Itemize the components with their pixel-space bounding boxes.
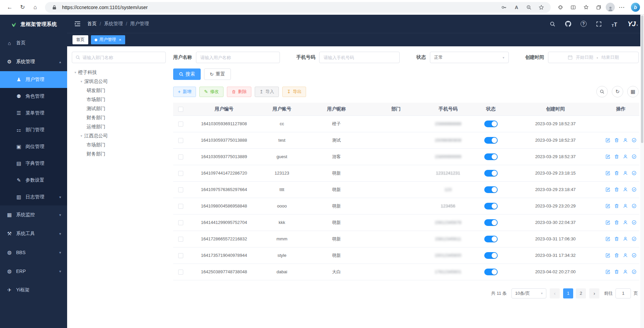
page-number-button[interactable]: 2 — [576, 288, 586, 298]
profile-avatar[interactable] — [606, 3, 615, 12]
row-checkbox[interactable] — [178, 237, 183, 242]
row-checkbox[interactable] — [178, 171, 183, 176]
tree-node[interactable]: 运维部门 — [72, 122, 166, 131]
sidebar-menu-item[interactable]: ⚙ 系统管理 ▴ — [0, 52, 67, 71]
delete-icon[interactable] — [614, 138, 619, 143]
tree-node[interactable]: 测试部门 — [72, 104, 166, 113]
assign-role-icon[interactable] — [632, 171, 637, 176]
sidebar-menu-item[interactable]: ▥ 日志管理 ▾ — [0, 189, 67, 205]
sidebar-menu-item[interactable]: ⌂ 首页 — [0, 34, 67, 52]
status-toggle[interactable] — [484, 219, 498, 226]
tree-node[interactable]: 财务部门 — [72, 113, 166, 122]
select-all-checkbox[interactable] — [178, 107, 183, 112]
row-checkbox[interactable] — [178, 220, 183, 225]
scrollbar-thumb[interactable] — [641, 15, 643, 143]
delete-button[interactable]: 删除 — [227, 87, 251, 97]
delete-icon[interactable] — [614, 171, 619, 176]
bing-icon[interactable]: b — [631, 3, 640, 12]
sidebar-menu-item[interactable]: ▣ 岗位管理 — [0, 138, 67, 155]
breadcrumb-item[interactable]: / 用户管理 — [123, 21, 149, 27]
page-number-button[interactable]: 1 — [563, 288, 573, 298]
refresh-icon[interactable]: ↻ — [17, 2, 28, 13]
status-toggle[interactable] — [484, 236, 498, 242]
delete-icon[interactable] — [614, 154, 619, 159]
breadcrumb-item[interactable]: / 系统管理 — [97, 21, 123, 27]
delete-icon[interactable] — [614, 269, 619, 274]
edit-icon[interactable] — [605, 203, 610, 208]
browser-home-icon[interactable]: ⌂ — [30, 2, 41, 13]
edit-icon[interactable] — [605, 236, 610, 241]
tree-node[interactable]: 财务部门 — [72, 149, 166, 158]
tree-node[interactable]: ▾ 橙子科技 — [72, 68, 166, 77]
status-toggle[interactable] — [484, 252, 498, 259]
help-icon[interactable]: ? — [580, 20, 587, 28]
reset-password-icon[interactable] — [623, 203, 628, 208]
date-range-picker[interactable]: 开始日期 - 结束日期 — [548, 52, 639, 63]
status-toggle[interactable] — [484, 269, 498, 275]
assign-role-icon[interactable] — [632, 154, 637, 159]
sidebar-menu-item[interactable]: ♟ 用户管理 — [0, 71, 67, 88]
assign-role-icon[interactable] — [632, 269, 637, 274]
page-size-select[interactable]: 10条/页 ▾ — [511, 288, 546, 298]
import-button[interactable]: ↥ 导入 — [255, 87, 279, 97]
search-icon[interactable] — [549, 20, 556, 28]
edit-icon[interactable] — [605, 154, 610, 159]
column-settings-icon[interactable]: ▦ — [627, 86, 639, 97]
password-key-icon[interactable] — [499, 3, 509, 12]
scrollbar[interactable] — [640, 15, 644, 328]
search-button[interactable]: 搜索 — [173, 68, 201, 80]
sidebar-menu-item[interactable]: ☰ 菜单管理 — [0, 105, 67, 122]
goto-page-input[interactable] — [615, 288, 631, 298]
row-checkbox[interactable] — [178, 253, 183, 258]
modify-button[interactable]: ✎ 修改 — [199, 87, 224, 97]
assign-role-icon[interactable] — [632, 203, 637, 208]
edit-icon[interactable] — [605, 138, 610, 143]
tree-node[interactable]: ▾ 江西总公司 — [72, 131, 166, 140]
status-toggle[interactable] — [484, 121, 498, 127]
tree-node[interactable]: 研发部门 — [72, 86, 166, 95]
delete-icon[interactable] — [614, 187, 619, 192]
reset-password-icon[interactable] — [623, 236, 628, 241]
row-checkbox[interactable] — [178, 154, 183, 159]
read-aloud-icon[interactable]: A — [512, 3, 521, 12]
collapse-sidebar-icon[interactable] — [73, 19, 82, 28]
assign-role-icon[interactable] — [632, 253, 637, 258]
address-bar[interactable]: https://ccnetcore.com:1101/system/user A — [45, 2, 551, 13]
back-icon[interactable]: ← — [4, 2, 15, 13]
status-toggle[interactable] — [484, 153, 498, 160]
tree-node[interactable]: ▾ 深圳总公司 — [72, 77, 166, 86]
sidebar-menu-item[interactable]: ⚏ 部门管理 — [0, 122, 67, 138]
add-button[interactable]: + 新增 — [173, 87, 196, 97]
row-checkbox[interactable] — [178, 122, 183, 127]
next-page-button[interactable]: › — [589, 288, 599, 298]
extensions-icon[interactable] — [555, 2, 566, 13]
favorites-bar-icon[interactable] — [580, 2, 592, 13]
reset-button[interactable]: ↻ 重置 — [204, 68, 231, 80]
refresh-table-icon[interactable]: ↻ — [612, 86, 623, 97]
assign-role-icon[interactable] — [632, 138, 637, 143]
reset-password-icon[interactable] — [623, 187, 628, 192]
close-icon[interactable]: × — [119, 38, 121, 42]
edit-icon[interactable] — [605, 187, 610, 192]
app-logo[interactable]: 意框架管理系统 — [0, 15, 67, 34]
tab[interactable]: 用户管理 × — [91, 35, 125, 44]
status-toggle[interactable] — [484, 137, 498, 144]
sidebar-menu-item[interactable]: ✈ Yi框架 — [0, 281, 67, 299]
reset-password-icon[interactable] — [623, 269, 628, 274]
breadcrumb-item[interactable]: / 首页 — [87, 21, 97, 27]
reset-password-icon[interactable] — [623, 220, 628, 225]
toggle-search-icon[interactable] — [596, 86, 608, 97]
font-size-icon[interactable]: TT — [611, 20, 618, 28]
zoom-out-icon[interactable] — [524, 3, 534, 12]
tree-node[interactable]: 市场部门 — [72, 95, 166, 104]
reset-password-icon[interactable] — [623, 138, 628, 143]
delete-icon[interactable] — [614, 203, 619, 208]
collections-icon[interactable] — [593, 2, 604, 13]
tree-node[interactable]: 市场部门 — [72, 140, 166, 149]
row-checkbox[interactable] — [178, 270, 183, 275]
caret-down-icon[interactable]: ▾ — [81, 80, 82, 83]
reset-password-icon[interactable] — [623, 253, 628, 258]
edit-icon[interactable] — [605, 171, 610, 176]
status-select[interactable]: 正常 ▾ — [430, 52, 509, 63]
edit-icon[interactable] — [605, 269, 610, 274]
